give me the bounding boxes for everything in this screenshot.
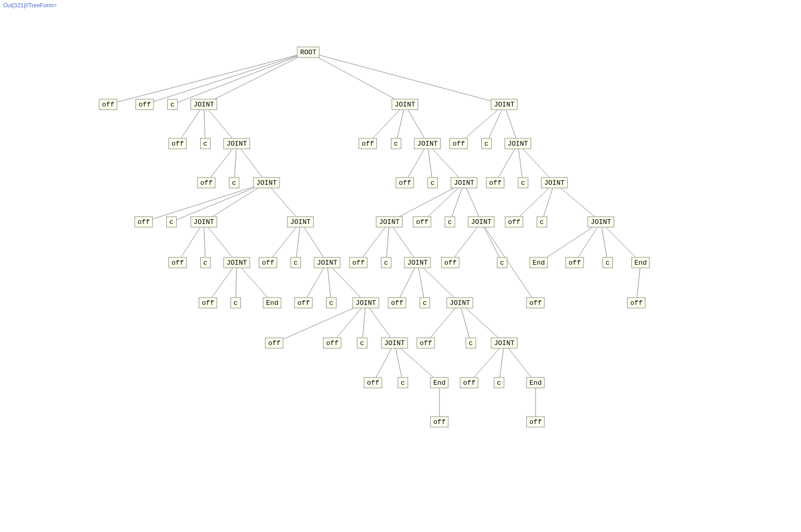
svg-line-49	[601, 222, 641, 263]
svg-line-1	[145, 52, 308, 104]
tree-node-off12: off	[168, 257, 187, 268]
tree-node-joint21: JOINT	[491, 338, 517, 349]
tree-node-end1: End	[529, 257, 548, 268]
svg-line-43	[389, 222, 417, 263]
tree-node-joint12: JOINT	[376, 217, 402, 228]
svg-line-0	[108, 52, 308, 104]
tree-node-joint13: JOINT	[468, 217, 494, 228]
svg-line-40	[300, 222, 327, 263]
tree-node-off23: off	[323, 338, 341, 349]
tree-node-off6: off	[197, 178, 215, 188]
tree-node-joint1: JOINT	[190, 99, 217, 110]
tree-node-c1: c	[167, 99, 178, 110]
svg-line-37	[204, 222, 237, 263]
tree-node-off14: off	[349, 257, 367, 268]
svg-line-47	[575, 222, 601, 263]
svg-line-58	[417, 263, 460, 303]
tree-node-off10: off	[413, 217, 431, 228]
tree-node-joint15: JOINT	[223, 257, 250, 268]
tree-node-off15: off	[441, 257, 459, 268]
tree-node-c19: c	[357, 338, 367, 349]
tree-container: ROOToffoffcJOINTJOINTJOINToffcJOINToffcJ…	[0, 0, 801, 532]
tree-node-c15: c	[602, 257, 613, 268]
tree-node-off25: off	[364, 377, 382, 388]
tree-node-joint2: JOINT	[391, 99, 418, 110]
tree-node-joint14: JOINT	[587, 217, 614, 228]
tree-node-c14: c	[497, 257, 507, 268]
tree-node-off5: off	[449, 138, 468, 149]
tree-node-c7: c	[518, 178, 528, 188]
svg-line-55	[327, 263, 366, 303]
svg-line-39	[296, 222, 300, 263]
tree-node-off13: off	[259, 257, 277, 268]
svg-line-64	[366, 303, 394, 343]
svg-line-53	[304, 263, 327, 303]
tree-node-joint20: JOINT	[381, 338, 408, 349]
svg-line-51	[236, 263, 237, 303]
svg-line-61	[274, 303, 366, 343]
tree-node-joint11: JOINT	[287, 217, 314, 228]
tree-node-c5: c	[229, 178, 239, 188]
tree-node-c20: c	[466, 338, 476, 349]
tree-node-c6: c	[427, 178, 438, 188]
svg-line-42	[386, 222, 389, 263]
tree-node-off1: off	[99, 99, 117, 110]
tree-node-joint4: JOINT	[223, 138, 250, 149]
tree-node-off2: off	[135, 99, 154, 110]
svg-line-50	[208, 263, 237, 303]
tree-node-c4: c	[481, 138, 492, 149]
svg-line-60	[636, 263, 641, 303]
tree-node-off11: off	[505, 217, 523, 228]
tree-node-end2: End	[631, 257, 649, 268]
tree-node-c11: c	[200, 257, 211, 268]
tree-node-off8: off	[486, 178, 504, 188]
tree-node-joint10: JOINT	[190, 217, 217, 228]
tree-node-joint18: JOINT	[352, 298, 379, 309]
tree-node-joint9: JOINT	[541, 178, 567, 188]
svg-line-46	[539, 222, 601, 263]
tree-node-off24: off	[416, 338, 435, 349]
tree-node-end3: End	[263, 298, 281, 309]
tree-node-c22: c	[494, 377, 504, 388]
tree-node-end4: End	[430, 377, 448, 388]
svg-line-36	[204, 222, 205, 263]
svg-line-63	[362, 303, 366, 343]
tree-node-joint8: JOINT	[450, 178, 477, 188]
tree-node-c3: c	[391, 138, 401, 149]
svg-line-44	[450, 222, 481, 263]
tree-node-off27: off	[430, 417, 448, 428]
tree-node-off16: off	[565, 257, 584, 268]
tree-node-c21: c	[398, 377, 408, 388]
tree-node-joint3: JOINT	[491, 99, 517, 110]
tree-node-joint7: JOINT	[253, 178, 280, 188]
tree-node-c16: c	[230, 298, 241, 309]
svg-line-54	[327, 263, 331, 303]
tree-node-off9: off	[134, 217, 153, 228]
tree-node-c12: c	[291, 257, 301, 268]
tree-node-c8: c	[166, 217, 177, 228]
svg-line-2	[172, 52, 308, 104]
svg-line-4	[308, 52, 405, 104]
tree-node-off18: off	[294, 298, 312, 309]
tree-node-off22: off	[265, 338, 283, 349]
svg-line-65	[426, 303, 460, 343]
svg-line-62	[332, 303, 366, 343]
tree-node-joint5: JOINT	[414, 138, 440, 149]
tree-node-off19: off	[388, 298, 406, 309]
svg-line-52	[237, 263, 272, 303]
tree-node-joint17: JOINT	[404, 257, 431, 268]
tree-node-c17: c	[326, 298, 336, 309]
svg-line-5	[308, 52, 504, 104]
tree-node-joint16: JOINT	[314, 257, 340, 268]
tree-node-off20: off	[526, 298, 544, 309]
svg-line-56	[397, 263, 417, 303]
svg-line-41	[358, 222, 389, 263]
tree-node-off3: off	[168, 138, 187, 149]
svg-line-3	[204, 52, 308, 104]
svg-line-45	[481, 222, 502, 263]
tree-node-root: ROOT	[297, 47, 319, 58]
svg-line-66	[460, 303, 471, 343]
svg-line-35	[178, 222, 204, 263]
tree-node-off17: off	[199, 298, 217, 309]
tree-node-c9: c	[445, 217, 455, 228]
